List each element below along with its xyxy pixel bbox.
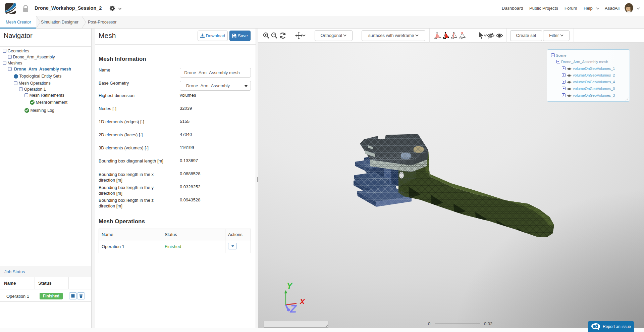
svg-text:Z: Z xyxy=(289,303,297,315)
svg-text:X: X xyxy=(299,297,305,306)
svg-text:Y: Y xyxy=(286,281,293,291)
